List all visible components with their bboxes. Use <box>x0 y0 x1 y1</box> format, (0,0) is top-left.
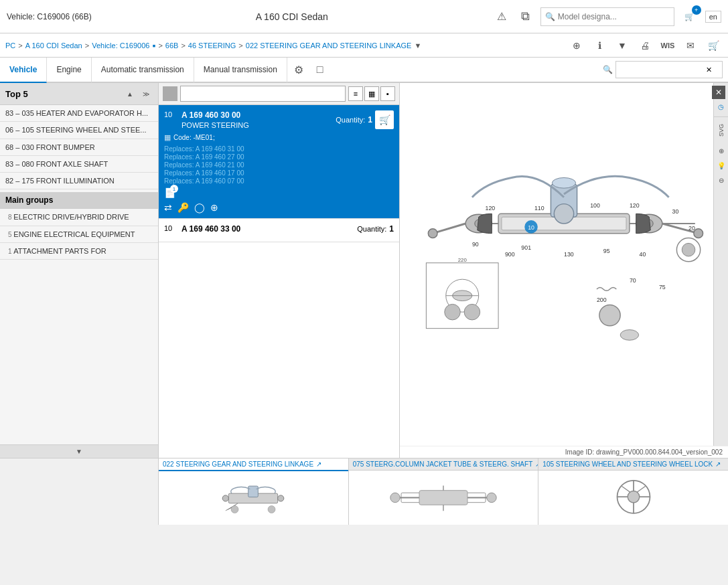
preview-pane-2-external-icon[interactable]: ↗ <box>535 461 538 468</box>
sidebar-group-3[interactable]: 1 ATTACHMENT PARTS FOR <box>0 243 158 260</box>
sidebar-group-1[interactable]: 8 ELECTRIC DRIVE/HYBRID DRIVE <box>0 209 158 226</box>
svg-text:30: 30 <box>672 208 679 215</box>
preview-pane-1-external-icon[interactable]: ↗ <box>316 461 321 468</box>
mail-btn[interactable]: ✉ <box>681 36 700 55</box>
tab-manual-trans[interactable]: Manual transmission <box>194 58 287 83</box>
breadcrumb-pc[interactable]: PC <box>5 41 15 50</box>
preview-pane-3[interactable]: 105 STEERING WHEEL AND STEERING WHEEL LO… <box>538 458 728 525</box>
part-1-desc: POWER STEERING <box>181 121 249 129</box>
parts-toolbar: ≡ ▦ ▪ <box>159 83 399 105</box>
breadcrumb-dropdown-icon[interactable]: ▼ <box>414 41 421 50</box>
tabs-left: Vehicle Engine Automatic transmission Ma… <box>0 58 330 82</box>
svg-text:901: 901 <box>521 244 531 251</box>
svg-text:95: 95 <box>603 248 610 254</box>
tab-auto-trans[interactable]: Automatic transmission <box>92 58 194 83</box>
sidebar-item-3[interactable]: 68 – 030 FRONT BUMPER <box>0 139 158 156</box>
search-icon: 🔍 <box>545 12 555 21</box>
sidebar-header-icons: ▲ ≫ <box>123 87 153 100</box>
part-item-1[interactable]: 10 A 169 460 30 00 POWER STEERING Quanti… <box>159 105 399 219</box>
diagram-close-btn[interactable]: ✕ <box>712 86 725 99</box>
part-1-key-btn[interactable]: 🔑 <box>177 202 189 213</box>
part-1-code: Code: -ME01; <box>173 134 215 141</box>
tab-engine[interactable]: Engine <box>47 58 91 83</box>
part-item-2[interactable]: 10 A 169 460 33 00 Quantity: 1 <box>159 219 399 242</box>
tab-search-icon: 🔍 <box>603 65 613 74</box>
sidebar-item-5[interactable]: 82 – 175 FRONT ILLUMINATION <box>0 173 158 189</box>
parts-compact-view-btn[interactable]: ▪ <box>380 86 395 101</box>
language-selector[interactable]: en <box>705 11 721 23</box>
filter-btn[interactable]: ▼ <box>613 36 632 55</box>
tab-view-icon[interactable]: □ <box>310 58 330 82</box>
copy-icon[interactable]: ⧉ <box>516 7 535 26</box>
preview-pane-3-external-icon[interactable]: ↗ <box>715 461 721 468</box>
parts-panel: ≡ ▦ ▪ 10 A 169 460 30 00 POWER STEERING <box>159 83 400 458</box>
vehicle-label: Vehicle: C169006 (66B) <box>7 12 92 21</box>
svg-text:20: 20 <box>688 225 695 232</box>
tab-vehicle[interactable]: Vehicle <box>0 58 47 83</box>
breadcrumb-steering[interactable]: 46 STEERING <box>188 41 236 50</box>
part-2-qty-val: 1 <box>389 224 394 234</box>
part-1-number: A 169 460 30 00 <box>181 110 249 120</box>
svg-point-45 <box>222 495 228 501</box>
part-1-replaces-5[interactable]: Replaces: A 169 460 07 00 <box>164 177 394 185</box>
main-content: Top 5 ▲ ≫ 83 – 035 HEATER AND EVAPORATOR… <box>0 83 728 458</box>
wis-btn[interactable]: WIS <box>658 36 677 55</box>
warning-icon[interactable]: ⚠ <box>492 7 511 26</box>
part-1-doc-row: 📄 1 <box>164 187 394 198</box>
svg-text:200: 200 <box>597 297 607 304</box>
breadcrumb-bar: PC > A 160 CDI Sedan > Vehicle: C169006 … <box>0 33 728 58</box>
breadcrumb-vehicle[interactable]: Vehicle: C169006 <box>92 41 149 50</box>
vehicle-info-icon[interactable]: ▪ <box>152 40 155 51</box>
part-1-circle-btn[interactable]: ◯ <box>194 202 205 213</box>
diagram-tool-zoom-out[interactable]: ⊖ <box>715 174 727 186</box>
part-1-pos: 10 <box>164 110 177 118</box>
breadcrumb-linkage[interactable]: 022 STEERING GEAR AND STEERING LINKAGE <box>246 41 412 50</box>
info-btn[interactable]: ℹ <box>590 36 609 55</box>
part-1-doc-badge[interactable]: 📄 1 <box>164 187 175 198</box>
tab-search-input[interactable] <box>619 66 706 74</box>
sidebar-item-4[interactable]: 83 – 080 FRONT AXLE SHAFT <box>0 156 158 173</box>
svg-text:40: 40 <box>640 251 646 258</box>
diagram-tool-spotlight[interactable]: 💡 <box>715 159 727 171</box>
preview-3-svg <box>603 475 664 521</box>
part-1-replaces-4[interactable]: Replaces: A 169 460 17 00 <box>164 169 394 177</box>
cart-button[interactable]: 🛒 + <box>680 7 700 27</box>
sidebar-header: Top 5 ▲ ≫ <box>0 83 158 105</box>
sidebar-item-2[interactable]: 06 – 105 STEERING WHEEL AND STEE... <box>0 122 158 139</box>
preview-pane-2-label: 075 STEERG.COLUMN JACKET TUBE & STEERG. … <box>349 458 538 471</box>
tab-settings-icon[interactable]: ⚙ <box>287 58 310 82</box>
breadcrumb-actions: ⊕ ℹ ▼ 🖨 WIS ✉ 🛒 <box>567 36 723 55</box>
preview-pane-1[interactable]: 022 STEERING GEAR AND STEERING LINKAGE ↗ <box>159 458 349 525</box>
part-1-info-btn[interactable]: ⊕ <box>210 202 218 213</box>
sidebar-scroll-down[interactable]: ▼ <box>0 444 158 458</box>
model-label: A 160 CDI Sedan <box>256 11 328 22</box>
sidebar-item-1[interactable]: 83 – 035 HEATER AND EVAPORATOR H... <box>0 105 158 122</box>
sidebar-group-2[interactable]: 5 ENGINE ELECTRICAL EQUIPMENT <box>0 226 158 243</box>
part-1-replaces-1[interactable]: Replaces: A 169 460 31 00 <box>164 145 394 153</box>
print-btn[interactable]: 🖨 <box>636 36 654 55</box>
sidebar-collapse-icon[interactable]: ▲ <box>123 87 137 100</box>
sidebar-more-icon[interactable]: ≫ <box>139 87 153 100</box>
part-1-code-icon: ▦ <box>164 133 171 142</box>
diagram-tool-zoom-in[interactable]: ⊕ <box>715 145 727 157</box>
diagram-side-tools: ↺ ◷ SVG ⊕ 💡 ⊖ <box>713 83 728 446</box>
parts-view-btns: ≡ ▦ ▪ <box>348 86 395 101</box>
tab-search-box: ✕ <box>615 61 723 78</box>
part-1-compare-btn[interactable]: ⇄ <box>164 202 172 213</box>
parts-grid-view-btn[interactable]: ▦ <box>364 86 379 101</box>
zoom-in-btn[interactable]: ⊕ <box>567 36 586 55</box>
preview-pane-2[interactable]: 075 STEERG.COLUMN JACKET TUBE & STEERG. … <box>349 458 539 525</box>
parts-list-view-btn[interactable]: ≡ <box>348 86 363 101</box>
model-search-input[interactable] <box>558 12 665 21</box>
part-1-replaces-3[interactable]: Replaces: A 169 460 21 00 <box>164 161 394 169</box>
part-1-replaces-2[interactable]: Replaces: A 169 460 27 00 <box>164 153 394 161</box>
breadcrumb: PC > A 160 CDI Sedan > Vehicle: C169006 … <box>5 40 421 51</box>
part-1-cart-btn[interactable]: 🛒 <box>375 110 394 129</box>
breadcrumb-model[interactable]: A 160 CDI Sedan <box>25 41 82 50</box>
parts-checkbox[interactable] <box>163 86 177 101</box>
breadcrumb-66b[interactable]: 66B <box>165 41 179 50</box>
cart-bc-btn[interactable]: 🛒 <box>704 36 723 55</box>
parts-search-input[interactable] <box>180 86 346 102</box>
tab-search-clear[interactable]: ✕ <box>706 66 712 74</box>
diagram-tool-history[interactable]: ◷ <box>715 100 727 112</box>
